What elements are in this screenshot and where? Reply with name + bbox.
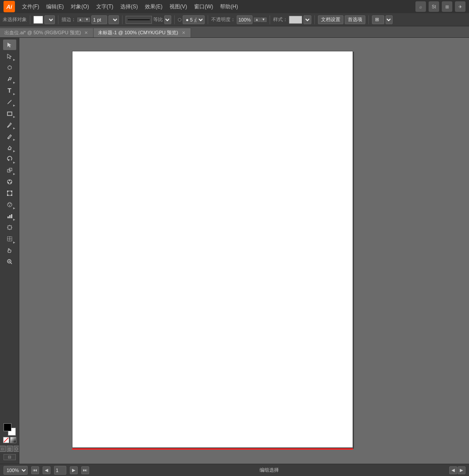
menu-view[interactable]: 视图(V) xyxy=(167,2,190,11)
graph-tool-btn[interactable]: ▶ xyxy=(3,211,16,221)
stroke-down-btn[interactable]: ▼ xyxy=(84,18,90,22)
fg-bg-colors[interactable] xyxy=(4,423,16,436)
stroke-ratio-select[interactable]: ▾ xyxy=(164,15,171,24)
draw-inside-btn[interactable]: ⬡ xyxy=(14,446,20,452)
opacity-up-btn[interactable]: ▲ xyxy=(254,18,260,22)
svg-point-16 xyxy=(7,202,12,207)
svg-point-18 xyxy=(10,203,11,204)
canvas-area[interactable] xyxy=(19,38,469,464)
eraser-icon xyxy=(7,144,13,151)
svg-rect-20 xyxy=(7,216,9,218)
puppet-warp-btn[interactable] xyxy=(3,177,16,187)
first-page-btn[interactable]: ⏮ xyxy=(31,466,39,474)
lasso-tool-btn[interactable] xyxy=(3,62,16,73)
doc-settings-btn[interactable]: 文档设置 xyxy=(318,15,343,24)
selection-tool-btn[interactable] xyxy=(3,40,16,50)
free-transform-btn[interactable] xyxy=(3,188,16,198)
direct-selection-tool-btn[interactable]: ▶ xyxy=(3,51,16,61)
fg-color-box[interactable] xyxy=(4,423,11,431)
divider-7 xyxy=(314,15,315,24)
pen-tool-btn[interactable]: ▶ xyxy=(3,74,16,84)
scale-arrow: ▶ xyxy=(13,172,15,175)
hand-tool-btn[interactable] xyxy=(3,245,16,256)
point-group: ● 5 点圆形 xyxy=(178,15,205,24)
menu-select[interactable]: 选择(S) xyxy=(118,2,141,11)
stroke-style-preview[interactable] xyxy=(126,16,152,24)
rotate-icon xyxy=(7,156,13,162)
menu-window[interactable]: 窗口(W) xyxy=(191,2,216,11)
symbol-tool-btn[interactable]: ▶ xyxy=(3,199,16,210)
share-btn[interactable]: ✈ xyxy=(455,1,465,12)
doc-settings-group: 文档设置 首选项 xyxy=(318,15,365,24)
fill-color-swatch[interactable] xyxy=(33,16,43,24)
line-tool-btn[interactable]: ▶ xyxy=(3,97,16,107)
prev-page-btn[interactable]: ◀ xyxy=(43,466,51,474)
bleed-line xyxy=(72,448,353,450)
arrange-btn[interactable]: ⊞ xyxy=(372,15,384,24)
style-swatch[interactable] xyxy=(289,16,302,24)
tab-1[interactable]: 未标题-1 @ 100% (CMYK/GPU 预览) ✕ xyxy=(94,28,191,37)
line-arrow: ▶ xyxy=(13,104,15,107)
cloud-btn[interactable]: St xyxy=(429,1,439,12)
eraser-tool-btn[interactable]: ▶ xyxy=(3,142,16,153)
rectangle-tool-btn[interactable]: ▶ xyxy=(3,108,16,119)
rotate-arrow: ▶ xyxy=(13,161,15,164)
screen-mode-btn[interactable]: ⊟ xyxy=(4,454,16,460)
no-selection-text: 未选择对象 xyxy=(3,16,27,23)
fill-type-select[interactable]: ▣ xyxy=(44,15,55,24)
draw-normal-btn[interactable]: □ xyxy=(0,446,6,452)
type-tool-btn[interactable]: T ▶ xyxy=(3,85,16,96)
stroke-value-input[interactable] xyxy=(91,15,107,24)
svg-rect-13 xyxy=(11,191,12,192)
opacity-down-btn[interactable]: ▼ xyxy=(260,18,267,22)
stroke-ratio-label: 等比 xyxy=(153,16,163,23)
stroke-up-btn[interactable]: ▲ xyxy=(77,18,83,22)
tab-1-label: 未标题-1 @ 100% (CMYK/GPU 预览) xyxy=(98,29,178,36)
menu-edit[interactable]: 编辑(E) xyxy=(43,2,66,11)
menu-effect[interactable]: 效果(E) xyxy=(142,2,165,11)
page-input[interactable] xyxy=(54,466,66,475)
opacity-group: 不透明度： ▲ ▼ xyxy=(211,15,267,24)
paintbrush-tool-btn[interactable]: ▶ xyxy=(3,119,16,130)
tab-0-close[interactable]: ✕ xyxy=(83,30,89,36)
arrange-select[interactable]: ▾ xyxy=(386,15,393,24)
preferences-btn[interactable]: 首选项 xyxy=(345,15,365,24)
menu-object[interactable]: 对象(O) xyxy=(68,2,91,11)
search-btn[interactable]: ⌕ xyxy=(415,1,426,12)
title-bar: Ai 文件(F) 编辑(E) 对象(O) 文字(T) 选择(S) 效果(E) 视… xyxy=(0,0,469,13)
menu-type[interactable]: 文字(T) xyxy=(94,2,116,11)
next-page-btn[interactable]: ▶ xyxy=(70,466,78,474)
lasso-icon xyxy=(7,65,13,71)
status-next-btn[interactable]: ▶ xyxy=(458,466,465,474)
pencil-tool-btn[interactable]: ▶ xyxy=(3,131,16,141)
gradient-color-btn[interactable] xyxy=(10,437,16,443)
type-arrow: ▶ xyxy=(13,92,15,95)
tab-1-close[interactable]: ✕ xyxy=(181,30,186,36)
stroke-type-select[interactable]: ▣ xyxy=(108,15,119,24)
tab-0[interactable]: 出血位.ai* @ 50% (RGB/GPU 预览) ✕ xyxy=(0,28,94,37)
slice-tool-btn[interactable]: ▶ xyxy=(3,234,16,244)
artboard-canvas[interactable] xyxy=(72,51,353,448)
menu-help[interactable]: 帮助(H) xyxy=(217,2,241,11)
zoom-tool-btn[interactable] xyxy=(3,256,16,267)
point-style-select[interactable]: ● 5 点圆形 xyxy=(183,15,205,24)
grid-btn[interactable]: ⊞ xyxy=(442,1,452,12)
zoom-select[interactable]: 100% xyxy=(4,466,28,475)
rotate-tool-btn[interactable]: ▶ xyxy=(3,154,16,164)
draw-behind-btn[interactable]: ◫ xyxy=(7,446,13,452)
hand-icon xyxy=(7,247,13,253)
tool-arrow: ▶ xyxy=(13,58,15,61)
menu-file[interactable]: 文件(F) xyxy=(19,2,42,11)
style-select[interactable]: ▾ xyxy=(303,15,311,24)
scale-tool-btn[interactable]: ▶ xyxy=(3,165,16,176)
rect-arrow: ▶ xyxy=(13,115,15,118)
rect-icon xyxy=(7,110,13,116)
last-page-btn[interactable]: ⏭ xyxy=(81,466,89,474)
free-transform-icon xyxy=(7,190,13,196)
artboard-tool-btn[interactable] xyxy=(3,222,16,233)
status-prev-btn[interactable]: ◀ xyxy=(449,466,457,474)
canvas-container xyxy=(72,51,353,448)
arrange-group: ⊞ ▾ xyxy=(372,15,393,24)
none-color-btn[interactable] xyxy=(3,437,9,443)
opacity-input[interactable] xyxy=(237,15,253,24)
